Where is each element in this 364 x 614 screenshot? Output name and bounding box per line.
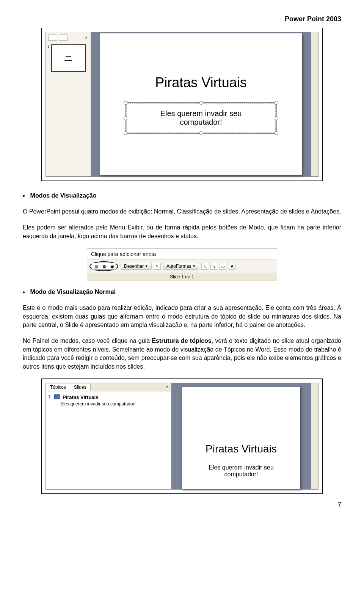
body-paragraph: Este é o modo mais usado para realizar e…	[23, 304, 341, 329]
subtitle-line: computador!	[224, 471, 258, 477]
resize-handle-icon[interactable]	[124, 116, 127, 120]
outline-item[interactable]: 1 Piratas Virtuais	[48, 394, 169, 400]
topics-tab[interactable]: Tópicos	[46, 383, 70, 391]
rectangle-tool-icon[interactable]: ▭	[220, 263, 226, 270]
notes-pane[interactable]: Clique para adicionar anota	[87, 248, 277, 259]
subtitle-textbox[interactable]: Eles querem invadir seu computador!	[125, 102, 277, 134]
outline-number: 1	[48, 394, 52, 399]
arrow-tool-icon[interactable]: ↘	[210, 263, 217, 270]
slide[interactable]: Piratas Virtuais Eles querem invadir seu…	[100, 33, 302, 175]
slide-icon	[54, 394, 60, 399]
body-paragraph: Eles podem ser alterados pelo Menu Exibi…	[23, 223, 341, 240]
slide-thumbnail[interactable]: 1 ▬▬▬ ▬▬▬▬	[47, 44, 89, 72]
label: Desenhar	[124, 264, 144, 269]
powerpoint-editor: Tópicos Slides × 1 Piratas Virtuais Eles…	[46, 383, 318, 490]
subtitle-line: Eles querem invadir seu	[160, 109, 242, 118]
outline-panel: Tópicos Slides × 1 Piratas Virtuais Eles…	[46, 383, 171, 489]
view-drawing-toolbar: ▤ ▦ ▣ Desenhar ▼ ↖ AutoFormas ▼ ＼ ↘ ▭ A	[87, 259, 277, 273]
text: No Painel de modos, caso você clique na …	[23, 338, 152, 344]
bullet-icon: •	[23, 192, 25, 200]
draw-menu-button[interactable]: Desenhar ▼	[121, 263, 152, 270]
thumbnail-preview: ▬▬▬ ▬▬▬▬	[51, 44, 86, 72]
thumbnail-number: 1	[47, 44, 50, 49]
view-mode-buttons: ▤ ▦ ▣	[92, 263, 116, 270]
subtitle-line: computador!	[180, 118, 222, 126]
section-heading: Modos de Visualização	[30, 192, 97, 199]
textbox-tool-icon[interactable]: A	[229, 263, 235, 270]
resize-handle-icon[interactable]	[124, 101, 127, 105]
slide-canvas: Piratas Virtuais Eles querem invadir seu…	[171, 383, 311, 489]
page-header: Power Point 2003	[23, 15, 341, 23]
subtitle-text: Eles querem invadir seu computador!	[126, 104, 276, 132]
slide-canvas: Piratas Virtuais Eles querem invadir seu…	[91, 32, 311, 176]
dropdown-icon: ▼	[145, 264, 148, 268]
outline-body[interactable]: 1 Piratas Virtuais Eles querem invadir s…	[46, 391, 171, 410]
sorter-view-button[interactable]: ▦	[100, 263, 108, 269]
resize-handle-icon[interactable]	[199, 131, 203, 135]
outline-panel-tabs: Tópicos Slides ×	[46, 383, 171, 391]
powerpoint-editor: × 1 ▬▬▬ ▬▬▬▬ Piratas Virtuais	[46, 32, 318, 177]
resize-handle-icon[interactable]	[275, 101, 278, 105]
slide-title-text: Piratas Virtuais	[206, 443, 277, 455]
close-panel-icon[interactable]: ×	[85, 35, 88, 40]
slide[interactable]: Piratas Virtuais Eles querem invadir seu…	[182, 387, 301, 489]
bold-text: Estrutura de tópicos	[152, 338, 211, 344]
normal-view-button[interactable]: ▤	[92, 263, 100, 269]
resize-handle-icon[interactable]	[275, 116, 278, 120]
slide-title-text: Piratas Virtuais	[155, 75, 246, 91]
resize-handle-icon[interactable]	[275, 131, 278, 135]
body-paragraph: No Painel de modos, caso você clique na …	[23, 337, 341, 371]
screenshot-normal-view: × 1 ▬▬▬ ▬▬▬▬ Piratas Virtuais	[41, 28, 323, 181]
outline-tab-icon[interactable]	[48, 35, 57, 41]
resize-handle-icon[interactable]	[199, 101, 203, 105]
subtitle-line: Eles querem invadir seu	[209, 464, 274, 471]
slide-panel: × 1 ▬▬▬ ▬▬▬▬	[46, 32, 91, 176]
screenshot-outline-view: Tópicos Slides × 1 Piratas Virtuais Eles…	[41, 378, 323, 494]
subtitle-text: Eles querem invadir seu computador!	[209, 464, 274, 478]
line-tool-icon[interactable]: ＼	[201, 263, 208, 270]
vertical-scrollbar[interactable]	[311, 383, 318, 489]
section-heading: Modo de Visualização Normal	[30, 289, 116, 295]
body-paragraph: O PowerPoint possui quatro modos de exib…	[23, 207, 341, 216]
slideshow-button[interactable]: ▣	[108, 263, 116, 269]
screenshot-toolbar: Clique para adicionar anota ▤ ▦ ▣ Desenh…	[87, 248, 277, 281]
page-number: 7	[23, 501, 341, 508]
dropdown-icon: ▼	[192, 264, 196, 268]
close-panel-icon[interactable]: ×	[164, 383, 171, 391]
bullet-icon: •	[23, 289, 25, 296]
status-bar: Slide 1 de 1	[87, 273, 277, 281]
resize-handle-icon[interactable]	[124, 131, 127, 135]
label: AutoFormas	[166, 264, 191, 269]
select-arrow-icon[interactable]: ↖	[154, 263, 161, 270]
annotation-circle: ▤ ▦ ▣	[89, 261, 118, 271]
slides-tab[interactable]: Slides	[70, 383, 91, 391]
outline-slide-title: Piratas Virtuais	[63, 394, 98, 400]
outline-slide-subtitle: Eles querem invadir seu computador!	[60, 401, 169, 407]
slides-tab-icon[interactable]	[59, 35, 68, 41]
slide-panel-tabs: ×	[47, 34, 89, 41]
vertical-scrollbar[interactable]	[311, 32, 318, 176]
autoshapes-menu-button[interactable]: AutoFormas ▼	[163, 263, 199, 270]
